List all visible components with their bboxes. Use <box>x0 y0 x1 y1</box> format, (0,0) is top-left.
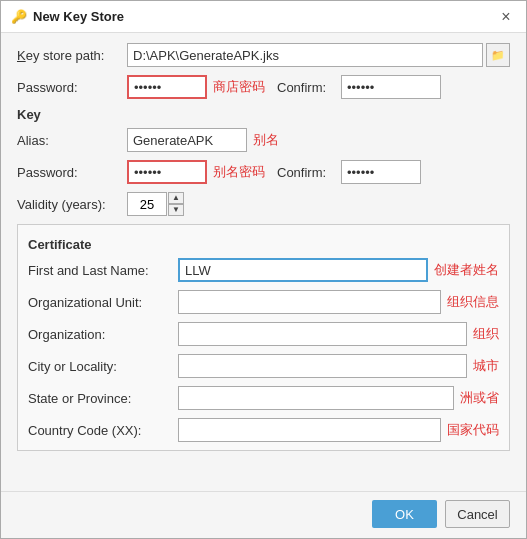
key-password-input[interactable] <box>127 160 207 184</box>
alias-hint: 别名 <box>253 131 279 149</box>
validity-label: Validity (years): <box>17 197 127 212</box>
key-password-row: Password: 别名密码 Confirm: <box>17 160 510 184</box>
titlebar: 🔑 New Key Store × <box>1 1 526 33</box>
browse-button[interactable]: 📁 <box>486 43 510 67</box>
titlebar-left: 🔑 New Key Store <box>11 9 124 25</box>
state-label: State or Province: <box>28 391 178 406</box>
org-unit-hint: 组织信息 <box>447 293 499 311</box>
certificate-section-label: Certificate <box>28 237 499 252</box>
keystore-password-input[interactable] <box>127 75 207 99</box>
key-confirm-label: Confirm: <box>277 165 337 180</box>
key-section-label: Key <box>17 107 510 122</box>
city-label: City or Locality: <box>28 359 178 374</box>
close-button[interactable]: × <box>496 7 516 27</box>
keystore-password-row: Password: 商店密码 Confirm: <box>17 75 510 99</box>
org-unit-input[interactable] <box>178 290 441 314</box>
keystore-password-hint: 商店密码 <box>213 78 265 96</box>
keystore-path-row: Key store path: 📁 <box>17 43 510 67</box>
country-row: Country Code (XX): 国家代码 <box>28 418 499 442</box>
org-input[interactable] <box>178 322 467 346</box>
keystore-path-label: Key store path: <box>17 48 127 63</box>
city-row: City or Locality: 城市 <box>28 354 499 378</box>
spinner-down-button[interactable]: ▼ <box>168 204 184 216</box>
dialog-title: New Key Store <box>33 9 124 24</box>
validity-row: Validity (years): ▲ ▼ <box>17 192 510 216</box>
certificate-box: Certificate First and Last Name: 创建者姓名 O… <box>17 224 510 451</box>
org-unit-label: Organizational Unit: <box>28 295 178 310</box>
state-hint: 洲或省 <box>460 389 499 407</box>
org-label: Organization: <box>28 327 178 342</box>
alias-input[interactable] <box>127 128 247 152</box>
dialog-footer: OK Cancel <box>1 491 526 538</box>
country-label: Country Code (XX): <box>28 423 178 438</box>
first-last-row: First and Last Name: 创建者姓名 <box>28 258 499 282</box>
keystore-confirm-input[interactable] <box>341 75 441 99</box>
first-last-hint: 创建者姓名 <box>434 261 499 279</box>
state-input[interactable] <box>178 386 454 410</box>
alias-label: Alias: <box>17 133 127 148</box>
city-hint: 城市 <box>473 357 499 375</box>
country-input[interactable] <box>178 418 441 442</box>
spinner-up-button[interactable]: ▲ <box>168 192 184 204</box>
state-row: State or Province: 洲或省 <box>28 386 499 410</box>
key-password-label: Password: <box>17 165 127 180</box>
validity-input[interactable] <box>127 192 167 216</box>
key-confirm-input[interactable] <box>341 160 421 184</box>
first-last-input[interactable] <box>178 258 428 282</box>
keystore-password-label: Password: <box>17 80 127 95</box>
dialog-icon: 🔑 <box>11 9 27 25</box>
cancel-button[interactable]: Cancel <box>445 500 510 528</box>
country-hint: 国家代码 <box>447 421 499 439</box>
alias-row: Alias: 别名 <box>17 128 510 152</box>
ok-button[interactable]: OK <box>372 500 437 528</box>
org-hint: 组织 <box>473 325 499 343</box>
spinner-buttons: ▲ ▼ <box>168 192 184 216</box>
keystore-path-input[interactable] <box>127 43 483 67</box>
key-password-hint: 别名密码 <box>213 163 265 181</box>
keystore-confirm-label: Confirm: <box>277 80 337 95</box>
org-unit-row: Organizational Unit: 组织信息 <box>28 290 499 314</box>
org-row: Organization: 组织 <box>28 322 499 346</box>
first-last-label: First and Last Name: <box>28 263 178 278</box>
city-input[interactable] <box>178 354 467 378</box>
dialog-content: Key store path: 📁 Password: 商店密码 Confirm… <box>1 33 526 491</box>
validity-spinner: ▲ ▼ <box>127 192 184 216</box>
new-key-store-dialog: 🔑 New Key Store × Key store path: 📁 Pass… <box>0 0 527 539</box>
